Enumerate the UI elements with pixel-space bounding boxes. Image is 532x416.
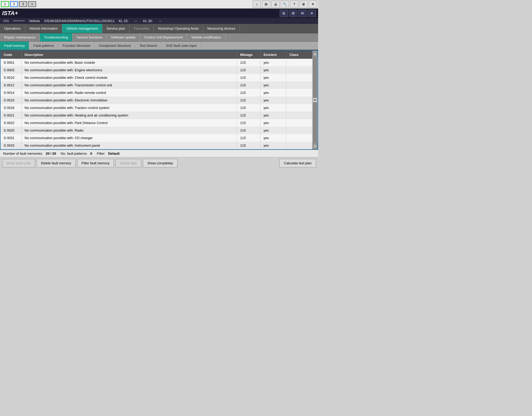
nav-tab-workshop[interactable]: Workshop/ Operating fluids xyxy=(154,24,203,33)
cell-code: S 0015 xyxy=(1,96,21,104)
table-row[interactable]: S 0015 No communication possible with: E… xyxy=(1,96,312,104)
nav-tab-vehicle-mgmt[interactable]: Vehicle management xyxy=(62,24,102,33)
table-row[interactable]: S 0014 No communication possible with: R… xyxy=(1,89,312,96)
thirdnav-tab-function-structure[interactable]: Function Structure xyxy=(58,42,95,50)
email-icon[interactable]: ✉ xyxy=(298,10,307,17)
cell-code: S 0003 xyxy=(1,66,21,74)
close2-icon[interactable]: ✕ xyxy=(308,10,316,17)
cell-mileage: 115 xyxy=(237,134,260,142)
table-row[interactable]: S 0033 No communication possible with: I… xyxy=(1,142,312,149)
help-icon[interactable]: ? xyxy=(290,1,298,8)
thirdnav-tabs: Fault memory Fault patterns Function Str… xyxy=(0,42,318,50)
table-row[interactable]: S 0021 No communication possible with: H… xyxy=(1,112,312,119)
scroll-track[interactable]: ≡ xyxy=(313,57,317,143)
col-header-class: Class xyxy=(286,51,312,59)
tab-1[interactable]: 1 xyxy=(1,1,9,7)
filter-fault-memory-button[interactable]: Filter fault memory xyxy=(77,159,114,167)
nav-tab-measuring[interactable]: Measuring devices xyxy=(203,24,240,33)
nav-tab-favourites[interactable]: Favourites xyxy=(129,24,154,33)
cell-mileage: 115 xyxy=(237,59,260,66)
subnav-tab-control-unit[interactable]: Control Unit Replacement xyxy=(140,33,187,41)
cell-mileage: 115 xyxy=(237,104,260,112)
cell-class xyxy=(286,59,312,66)
delete-filter-button[interactable]: Delete filter xyxy=(115,159,141,167)
nav-tab-operations[interactable]: Operations xyxy=(0,24,25,33)
table-scroll: Code Description Mileage Existent Class … xyxy=(1,51,312,149)
table-row[interactable]: S 0012 No communication possible with: T… xyxy=(1,81,312,89)
copy-icon[interactable]: ⧉ xyxy=(280,10,288,17)
nav-tab-vehicle-info[interactable]: Vehicle information xyxy=(25,24,62,33)
cell-code: S 0012 xyxy=(1,81,21,89)
cell-description: No communication possible with: Electron… xyxy=(21,96,237,104)
table-row[interactable]: S 0031 No communication possible with: C… xyxy=(1,134,312,142)
main-content: Code Description Mileage Existent Class … xyxy=(0,50,318,150)
cell-code: S 0001 xyxy=(1,59,21,66)
subnav-tab-troubleshooting[interactable]: Troubleshooting xyxy=(40,33,73,41)
vehicle-value: 3'/E46/SEDAN/330i/M54/AUTO/US/LL/2019/11 xyxy=(44,19,115,23)
app-title: ISTA+ xyxy=(2,10,278,17)
home-icon[interactable]: ⌂ xyxy=(253,1,261,8)
cell-mileage: 115 xyxy=(237,127,260,134)
cell-code: S 0018 xyxy=(1,104,21,112)
cell-existent: yes xyxy=(260,134,286,142)
cell-mileage: 115 xyxy=(237,74,260,81)
close-icon[interactable]: ✕ xyxy=(309,1,317,8)
cell-description: No communication possible with: CD chang… xyxy=(21,134,237,142)
table-row[interactable]: S 0025 No communication possible with: R… xyxy=(1,127,312,134)
scrollbar[interactable]: ▲ ≡ ▼ xyxy=(312,51,318,149)
cell-description: No communication possible with: Engine e… xyxy=(21,66,237,74)
scroll-up-btn[interactable]: ▲ xyxy=(312,51,318,57)
tab-3[interactable]: 3 xyxy=(19,1,27,7)
thirdnav-tab-fault-memory[interactable]: Fault memory xyxy=(0,42,29,50)
cell-mileage: 115 xyxy=(237,89,260,96)
scroll-down-btn[interactable]: ▼ xyxy=(312,143,318,149)
cell-existent: yes xyxy=(260,104,286,112)
thirdnav-tab-sae-fault-code[interactable]: SAE fault code input xyxy=(162,42,201,50)
list-btn[interactable]: ≡ xyxy=(28,1,36,7)
cell-mileage: 115 xyxy=(237,112,260,119)
screen-icon[interactable]: ⊞ xyxy=(262,1,270,8)
cell-mileage: 115 xyxy=(237,142,260,149)
vehicle-label: Vehicle xyxy=(29,19,40,23)
nav-tab-service-plan[interactable]: Service plan xyxy=(102,24,130,33)
subnav-tab-software-update[interactable]: Software update xyxy=(107,33,140,41)
cell-description: No communication possible with: Instrume… xyxy=(21,142,237,149)
subnav-tabs: Repair/ maintenance Troubleshooting Serv… xyxy=(0,33,318,42)
cell-existent: yes xyxy=(260,66,286,74)
cell-existent: yes xyxy=(260,127,286,134)
scroll-grip[interactable]: ≡ xyxy=(313,98,317,102)
cell-description: No communication possible with: Transmis… xyxy=(21,81,237,89)
col-header-mileage: Mileage xyxy=(237,51,260,59)
cell-class xyxy=(286,119,312,127)
cell-existent: yes xyxy=(260,81,286,89)
vin-bar: VIN ~~~~~~ Vehicle 3'/E46/SEDAN/330i/M54… xyxy=(0,18,318,24)
settings-icon[interactable]: ⚙ xyxy=(289,10,297,17)
cell-existent: yes xyxy=(260,74,286,81)
calculate-test-plan-button[interactable]: Calculate test plan xyxy=(279,159,316,167)
print-icon[interactable]: 🖨 xyxy=(271,1,280,8)
thirdnav-tab-component-structure[interactable]: Component Structure xyxy=(95,42,135,50)
cell-class xyxy=(286,96,312,104)
wrench-icon[interactable]: 🔧 xyxy=(281,1,289,8)
thirdnav-tab-text-search[interactable]: Text Search xyxy=(135,42,162,50)
cell-existent: yes xyxy=(260,59,286,66)
thirdnav-tab-fault-patterns[interactable]: Fault patterns xyxy=(29,42,58,50)
subnav-tab-service-functions[interactable]: Service functions xyxy=(73,33,107,41)
table-row[interactable]: S 0003 No communication possible with: E… xyxy=(1,66,312,74)
subnav-tab-repair[interactable]: Repair/ maintenance xyxy=(0,33,40,41)
tab-2[interactable]: 2 xyxy=(10,1,18,7)
show-fault-code-button[interactable]: Show fault code xyxy=(2,159,35,167)
table-row[interactable]: S 0010 No communication possible with: C… xyxy=(1,74,312,81)
cell-description: No communication possible with: Basic mo… xyxy=(21,59,237,66)
table-row[interactable]: S 0001 No communication possible with: B… xyxy=(1,59,312,66)
cell-mileage: 115 xyxy=(237,119,260,127)
app-header: ISTA+ ⧉ ⚙ ✉ ✕ xyxy=(0,9,318,18)
table-row[interactable]: S 0018 No communication possible with: T… xyxy=(1,104,312,112)
table-row[interactable]: S 0022 No communication possible with: P… xyxy=(1,119,312,127)
bottom-buttons: Show fault code Delete fault memory Filt… xyxy=(0,157,318,169)
monitor-icon[interactable]: 🖥 xyxy=(299,1,308,8)
cell-class xyxy=(286,104,312,112)
delete-fault-memory-button[interactable]: Delete fault memory xyxy=(37,159,76,167)
show-completely-button[interactable]: Show completely xyxy=(143,159,177,167)
subnav-tab-vehicle-mod[interactable]: Vehicle modification xyxy=(187,33,226,41)
